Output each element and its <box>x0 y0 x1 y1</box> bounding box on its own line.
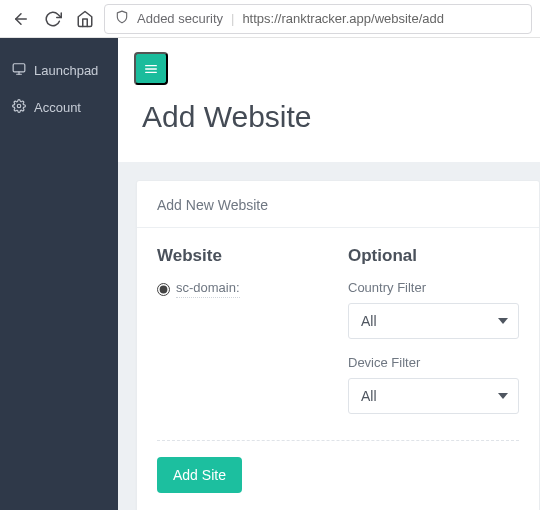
reload-button[interactable] <box>40 6 66 32</box>
sidebar-item-label: Launchpad <box>34 63 98 78</box>
add-website-card: Add New Website Website sc-domain: Optio… <box>136 180 540 510</box>
title-band: Add Website <box>118 38 540 162</box>
svg-point-4 <box>17 104 21 108</box>
device-filter-value: All <box>361 388 377 404</box>
caret-down-icon <box>498 388 508 404</box>
addrbar-separator: | <box>231 11 234 26</box>
page-title: Add Website <box>142 100 540 134</box>
add-site-button[interactable]: Add Site <box>157 457 242 493</box>
sidebar-item-account[interactable]: Account <box>0 89 118 126</box>
gear-icon <box>12 99 26 116</box>
address-bar[interactable]: Added security | https://ranktracker.app… <box>104 4 532 34</box>
svg-marker-9 <box>498 393 508 399</box>
website-section-title: Website <box>157 246 328 266</box>
sidebar-item-launchpad[interactable]: Launchpad <box>0 52 118 89</box>
device-filter-select[interactable]: All <box>348 378 519 414</box>
shield-icon <box>115 10 129 27</box>
card-heading: Add New Website <box>137 181 539 228</box>
website-column: Website sc-domain: <box>157 246 328 430</box>
svg-marker-8 <box>498 318 508 324</box>
optional-column: Optional Country Filter All Device Filte… <box>348 246 519 430</box>
svg-rect-1 <box>13 64 25 72</box>
country-filter-value: All <box>361 313 377 329</box>
optional-section-title: Optional <box>348 246 519 266</box>
content-area: Add Website Add New Website Website sc-d… <box>118 38 540 510</box>
menu-toggle-button[interactable] <box>134 52 168 85</box>
caret-down-icon <box>498 313 508 329</box>
browser-chrome: Added security | https://ranktracker.app… <box>0 0 540 38</box>
website-radio[interactable] <box>157 283 170 296</box>
device-filter-label: Device Filter <box>348 355 519 370</box>
url-text: https://ranktracker.app/website/add <box>242 11 444 26</box>
country-filter-label: Country Filter <box>348 280 519 295</box>
website-radio-label[interactable]: sc-domain: <box>176 280 240 298</box>
home-button[interactable] <box>72 6 98 32</box>
sidebar-item-label: Account <box>34 100 81 115</box>
monitor-icon <box>12 62 26 79</box>
back-button[interactable] <box>8 6 34 32</box>
sidebar: Launchpad Account <box>0 38 118 510</box>
country-filter-select[interactable]: All <box>348 303 519 339</box>
security-label: Added security <box>137 11 223 26</box>
